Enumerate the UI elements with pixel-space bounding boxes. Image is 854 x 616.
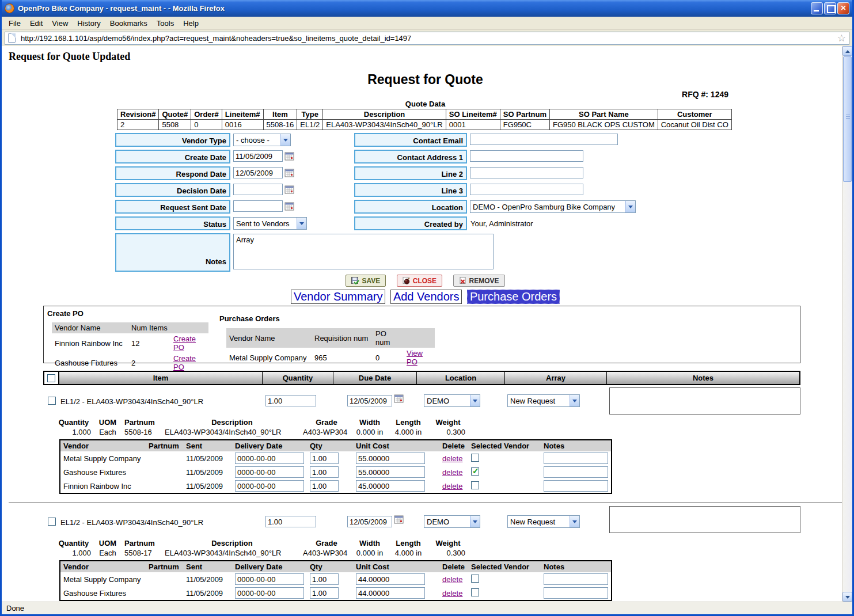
view-po-link[interactable]: View PO [407,349,423,366]
qty-input[interactable] [310,587,339,599]
unit-cost-input[interactable] [356,587,425,599]
url-bar: ☆ [2,30,852,46]
scrollbar-thumb[interactable] [843,56,852,182]
notes-textarea[interactable]: Array [233,234,494,269]
unit-cost-input[interactable] [356,480,425,492]
delivery-date-input[interactable] [235,480,304,492]
request-sent-date-input[interactable] [233,200,283,212]
page-viewport: Request for Quote Updated Request for Qu… [2,46,852,602]
location-select[interactable]: DEMO - OpenPro Samburg Bike Company [470,200,636,213]
bookmark-star-icon[interactable]: ☆ [837,33,846,43]
calendar-icon[interactable] [284,168,294,177]
qty-input[interactable] [310,480,339,492]
scroll-down-button[interactable] [842,592,852,602]
decision-date-input[interactable] [233,184,283,195]
line3-input[interactable] [470,184,583,195]
item-array-select[interactable]: New Request [507,515,580,528]
qty-input[interactable] [310,466,339,478]
close-button[interactable]: CLOSE [397,275,442,287]
col-header: SO Part Name [549,109,658,120]
selected-vendor-checkbox[interactable] [471,588,479,596]
detail-description: ELA403-WP3043/4InSch40_90°LR [163,548,301,558]
calendar-icon[interactable] [394,394,404,403]
qty-input[interactable] [310,453,339,464]
qty-input[interactable] [310,573,339,585]
menu-bookmarks[interactable]: Bookmarks [105,17,152,29]
unit-cost-input[interactable] [356,466,425,478]
vendor-notes-input[interactable] [544,573,608,585]
item-due-date-input[interactable] [347,516,392,527]
select-all-checkbox[interactable] [47,374,55,382]
respond-date-input[interactable] [233,167,283,178]
remove-button[interactable]: REMOVE [453,275,505,287]
delivery-date-input[interactable] [235,453,304,464]
vendor-notes-input[interactable] [544,466,608,478]
scrollbar-track[interactable] [842,182,852,592]
detail-length: 4.000 in [388,548,429,558]
menu-edit[interactable]: Edit [25,17,47,29]
maximize-button[interactable] [824,2,836,14]
delete-link[interactable]: delete [442,468,462,477]
col-header: Partnum [123,417,163,427]
calendar-icon[interactable] [284,201,294,211]
create-po-link[interactable]: Create PO [173,334,196,352]
delivery-date-input[interactable] [235,573,304,585]
scroll-up-button[interactable] [842,46,852,56]
vendor-partnum [146,465,183,479]
minimize-button[interactable] [811,2,823,14]
menu-help[interactable]: Help [179,17,203,29]
status-select[interactable]: Sent to Vendors [233,217,307,230]
item-quantity-input[interactable] [265,395,316,406]
save-button[interactable]: SAVE [346,275,386,287]
url-input[interactable] [20,33,833,43]
delivery-date-input[interactable] [235,466,304,478]
tab-add-vendors[interactable]: Add Vendors [390,290,462,304]
item-quantity-input[interactable] [265,516,316,527]
calendar-icon[interactable] [394,515,404,524]
menu-history[interactable]: History [73,17,105,29]
vendor-quote-row: Gashouse Fixtures 11/05/2009 delete [60,586,612,600]
line2-input[interactable] [470,167,583,178]
vendor-notes-input[interactable] [544,587,608,599]
vendor-type-select[interactable]: - choose - [233,134,291,146]
contact-email-input[interactable] [470,134,618,145]
tab-vendor-summary[interactable]: Vendor Summary [291,290,386,304]
item-location-select[interactable]: DEMO [424,394,480,407]
create-date-input[interactable] [233,150,283,162]
chevron-down-icon [470,395,480,406]
vendor-notes-input[interactable] [544,480,608,492]
menu-tools[interactable]: Tools [152,17,179,29]
delete-link[interactable]: delete [442,454,462,463]
delivery-date-input[interactable] [235,587,304,599]
close-window-button[interactable]: ✕ [837,2,849,14]
vendor-name: Metal Supply Company [60,451,146,465]
calendar-icon[interactable] [284,151,294,161]
unit-cost-input[interactable] [356,573,425,585]
item-array-select[interactable]: New Request [507,394,580,407]
selected-vendor-checkbox[interactable] [471,575,479,583]
item-due-date-input[interactable] [347,395,392,406]
item-location-select[interactable]: DEMO [424,515,480,528]
selected-vendor-checkbox[interactable] [471,481,479,489]
delete-link[interactable]: delete [442,589,462,598]
delete-link[interactable]: delete [442,482,462,490]
menu-view[interactable]: View [47,17,73,29]
vendor-notes-input[interactable] [544,453,608,464]
item-notes-textarea[interactable] [609,506,800,533]
item-checkbox[interactable] [48,518,56,526]
vertical-scrollbar[interactable] [842,46,852,602]
selected-vendor-checkbox[interactable] [471,454,479,462]
delete-link[interactable]: delete [442,575,462,584]
create-po-link[interactable]: Create PO [173,354,196,371]
menu-file[interactable]: File [4,17,25,29]
calendar-icon[interactable] [284,185,294,194]
selected-vendor-checkbox[interactable] [471,467,479,476]
contact-address1-input[interactable] [470,150,583,162]
chevron-down-icon [297,218,306,229]
detail-partnum: 5508-17 [123,548,163,558]
item-notes-textarea[interactable] [609,387,800,415]
item-checkbox[interactable] [48,397,56,405]
col-header: Quote# [159,109,191,120]
unit-cost-input[interactable] [356,453,425,464]
tab-purchase-orders[interactable]: Purchase Orders [467,290,560,304]
